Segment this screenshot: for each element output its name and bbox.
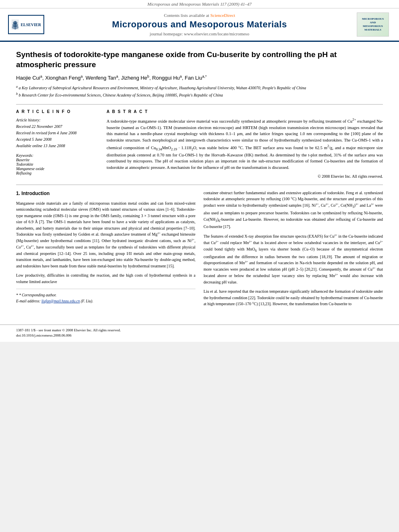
history-label: Article history: [16, 117, 97, 123]
journal-logo-badge: MICROPOROUSANDMESOPOROUSMATERIALS [357, 12, 389, 37]
author-ronggui: Ronggui Hu [152, 75, 180, 81]
body-col-right: container obstruct further fundamental s… [204, 190, 383, 310]
affil-b-text: b Research Center for Eco-environmental … [19, 93, 223, 97]
footnote-person: (F. Liu). [81, 299, 93, 303]
journal-citation-bar: Microporous and Mesoporous Materials 117… [0, 0, 399, 8]
sciencedirect-anchor[interactable]: ScienceDirect [210, 13, 235, 18]
footnote-email-line: E-mail address: liufan@mail.hzau.edu.cn … [16, 298, 195, 304]
footnote-section: * * Corresponding author. E-mail address… [16, 289, 195, 304]
affil-sup-b: b [147, 74, 149, 78]
keyword-manganese: Manganese oxide [16, 166, 97, 171]
right-para-2: The features of extended X-ray absorptio… [204, 233, 383, 285]
journal-title: Microporous and Mesoporous Materials [48, 19, 351, 30]
footnote-corresponding: * * Corresponding author. [16, 292, 195, 298]
affil-a-text: a Key Laboratory of Subtropical Agricult… [19, 86, 306, 90]
divider-2 [16, 185, 383, 185]
copyright: © 2008 Elsevier Inc. All rights reserved… [107, 174, 383, 179]
page: Microporous and Mesoporous Materials 117… [0, 0, 399, 342]
journal-header: ELSEVIER Contents lists available at Sci… [0, 8, 399, 42]
intro-para-1: Manganese oxide materials are a family o… [16, 200, 195, 269]
journal-header-right: MICROPOROUSANDMESOPOROUSMATERIALS [355, 12, 391, 37]
article-content: Synthesis of todorokite-type manganese o… [0, 42, 399, 318]
abstract-text: A todorokite-type manganese oxide molecu… [107, 117, 383, 170]
right-para-3: Liu et al. have reported that the reacti… [204, 288, 383, 307]
affil-sup-a4: a [180, 74, 182, 78]
section1-title: 1. Introduction [16, 190, 195, 197]
elsevier-logo-container: ELSEVIER [8, 15, 44, 34]
footnote-label: * Corresponding author. [19, 293, 56, 297]
body-content: 1. Introduction Manganese oxide material… [16, 190, 383, 310]
keyword-todorokite: Todorokite [16, 162, 97, 166]
page-footer: 1387-181 1/$ - see front matter © 2008 E… [0, 325, 399, 342]
footnote-email[interactable]: liufan@mail.hzau.edu.cn [41, 299, 80, 303]
abstract-heading: A B S T R A C T [107, 109, 383, 114]
keyword-refluxing: Refluxing [16, 171, 97, 175]
divider-1 [16, 104, 383, 105]
svg-point-4 [12, 25, 19, 29]
affil-sup-a1: a [40, 74, 42, 78]
authors-line: Haojie Cuia, Xionghan Fenga, Wenfeng Tan… [16, 74, 383, 81]
affiliations: a a Key Laboratory of Subtropical Agricu… [16, 84, 383, 99]
author-fan: Fan Liu [185, 75, 202, 81]
affil-sup-a3: a [116, 74, 118, 78]
journal-header-center: Contents lists available at ScienceDirec… [48, 13, 351, 36]
sciencedirect-link: Contents lists available at ScienceDirec… [48, 13, 351, 18]
abstract-col: A B S T R A C T A todorokite-type mangan… [107, 109, 383, 178]
email-label: E-mail address: [16, 299, 41, 303]
author-jizheng: Jizheng He [121, 75, 147, 81]
keywords-label: Keywords: [16, 153, 97, 158]
footer-issn: 1387-181 1/$ - see front matter © 2008 E… [16, 328, 383, 332]
author-xionghan: Xionghan Feng [45, 75, 80, 81]
article-title: Synthesis of todorokite-type manganese o… [16, 50, 383, 70]
keyword-buserite: Buserite [16, 158, 97, 162]
affil-sup-a2: a [80, 74, 82, 78]
keywords-section: Keywords: Buserite Todorokite Manganese … [16, 153, 97, 175]
elsevier-logo: ELSEVIER [8, 15, 44, 34]
journal-badge-text: MICROPOROUSANDMESOPOROUSMATERIALS [362, 17, 384, 32]
article-info-heading: A R T I C L E I N F O [16, 109, 97, 114]
sciencedirect-label: Contents lists available at [164, 13, 209, 18]
elsevier-text: ELSEVIER [21, 23, 41, 27]
elsevier-tree-icon [11, 17, 19, 32]
journal-citation: Microporous and Mesoporous Materials 117… [148, 2, 252, 6]
author-haojie: Haojie Cui [16, 75, 40, 81]
intro-para-2: Low productivity, difficulties in contro… [16, 272, 195, 285]
author-wenfeng: Wenfeng Tan [86, 75, 116, 81]
footer-doi: doi:10.1016/j.micromeso.2008.06.006 [16, 333, 383, 337]
affil-sup-a5: a,* [202, 74, 207, 78]
accepted-date: Accepted 5 June 2008 [16, 136, 97, 143]
right-para-1: container obstruct further fundamental s… [204, 190, 383, 230]
affil-b: b b Research Center for Eco-environmenta… [16, 92, 383, 98]
available-date: Available online 13 June 2008 [16, 143, 97, 149]
affil-a: a a Key Laboratory of Subtropical Agricu… [16, 84, 383, 91]
journal-homepage: journal homepage: www.elsevier.com/locat… [48, 31, 351, 36]
revised-date: Received in revised form 4 June 2008 [16, 130, 97, 136]
body-col-left: 1. Introduction Manganese oxide material… [16, 190, 195, 310]
article-history: Article history: Received 22 November 20… [16, 117, 97, 149]
received-date: Received 22 November 2007 [16, 123, 97, 130]
article-info-col: A R T I C L E I N F O Article history: R… [16, 109, 97, 178]
info-abstract-section: A R T I C L E I N F O Article history: R… [16, 109, 383, 178]
